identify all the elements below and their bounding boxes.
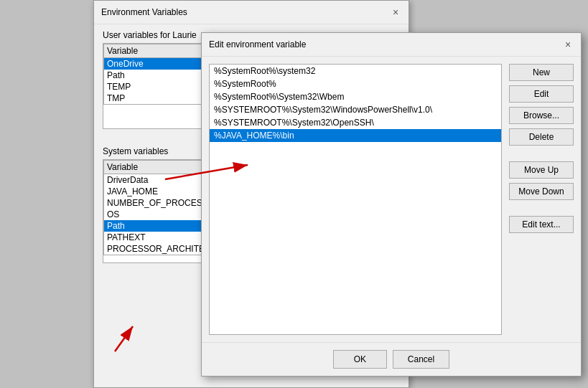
list-item[interactable]: %SystemRoot%\System32\Wbem (210, 90, 501, 103)
env-close-button[interactable]: × (390, 6, 401, 18)
move-up-button[interactable]: Move Up (509, 161, 574, 179)
list-item[interactable]: %SYSTEMROOT%\System32\OpenSSH\ (210, 116, 501, 129)
edit-text-button[interactable]: Edit text... (509, 216, 574, 233)
edit-dialog-title-bar: Edit environment variable × (202, 33, 581, 57)
edit-buttons-column: New Edit Browse... Delete Move Up Move D… (509, 64, 574, 335)
edit-button[interactable]: Edit (509, 85, 574, 103)
list-item[interactable]: %SystemRoot%\system32 (210, 65, 501, 77)
ok-button[interactable]: OK (333, 350, 387, 369)
edit-env-dialog: Edit environment variable × %SystemRoot%… (201, 32, 582, 377)
edit-list-area: %SystemRoot%\system32 %SystemRoot% %Syst… (209, 64, 502, 335)
move-down-button[interactable]: Move Down (509, 183, 574, 200)
edit-dialog-close-button[interactable]: × (562, 39, 574, 50)
list-item-selected[interactable]: %JAVA_HOME%\bin (210, 129, 501, 142)
list-item[interactable]: %SystemRoot% (210, 77, 501, 90)
browse-button[interactable]: Browse... (509, 107, 574, 124)
edit-dialog-content: %SystemRoot%\system32 %SystemRoot% %Syst… (202, 57, 581, 342)
edit-dialog-bottom-buttons: OK Cancel (202, 342, 581, 376)
cancel-button[interactable]: Cancel (393, 350, 449, 369)
delete-button[interactable]: Delete (509, 128, 574, 146)
list-item[interactable]: %SYSTEMROOT%\System32\WindowsPowerShell\… (210, 103, 501, 116)
edit-dialog-title: Edit environment variable (209, 39, 306, 49)
env-title-bar: Environment Variables × (94, 1, 409, 24)
new-button[interactable]: New (509, 64, 574, 81)
env-window-title: Environment Variables (101, 7, 187, 17)
